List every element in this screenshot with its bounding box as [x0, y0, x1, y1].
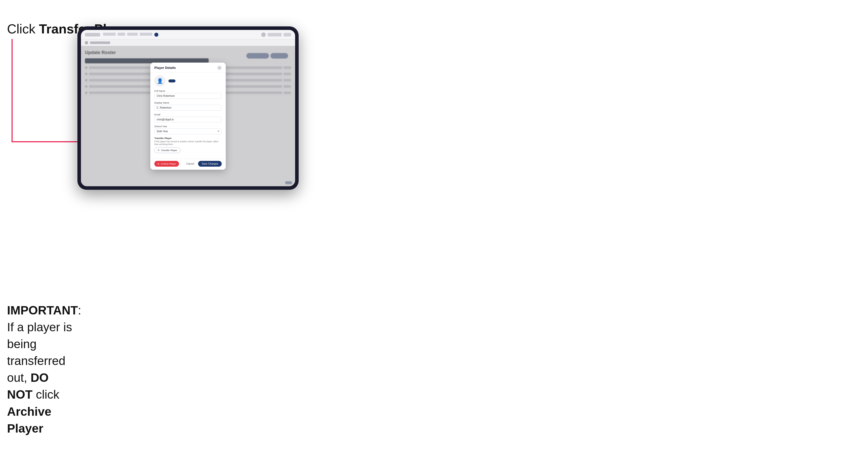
app-nav — [103, 33, 258, 37]
school-year-group: School Year First Year Second Year Third… — [154, 125, 222, 134]
instruction-prefix: Click — [7, 22, 39, 36]
nav-dashboard[interactable] — [103, 33, 116, 36]
archive-player-button[interactable]: ⊘ Archive Player — [154, 161, 179, 167]
archive-icon: ⊘ — [157, 162, 159, 165]
display-name-group: Display Name — [154, 101, 222, 111]
tablet-device: Update Roster — [78, 26, 299, 190]
save-changes-button[interactable]: Save Changes — [198, 161, 222, 167]
transfer-player-description: If this player has moved to another scho… — [154, 140, 222, 146]
display-name-input[interactable] — [154, 105, 222, 111]
content-area: Update Roster — [81, 46, 295, 186]
cancel-button[interactable]: Cancel — [184, 161, 196, 167]
archive-btn-label: Archive Player — [161, 162, 176, 165]
avatar-icon: 👤 — [157, 78, 163, 84]
header-action-btn[interactable] — [284, 33, 291, 36]
transfer-icon: ↻ — [158, 149, 160, 152]
nav-feed[interactable] — [118, 33, 125, 36]
modal-title: Player Details — [154, 66, 176, 70]
school-year-label: School Year — [154, 125, 222, 128]
player-details-modal: Player Details × 👤 — [150, 63, 226, 170]
email-label: Email — [154, 113, 222, 116]
email-group: Email — [154, 113, 222, 122]
avatar-circle: 👤 — [154, 75, 165, 87]
app-header — [81, 30, 295, 39]
modal-close-button[interactable]: × — [217, 66, 222, 70]
modal-overlay: Player Details × 👤 — [81, 46, 295, 186]
transfer-btn-label: Transfer Player — [161, 149, 177, 152]
archive-player-label: Archive Player — [7, 405, 51, 435]
upload-photo-button[interactable] — [168, 80, 176, 83]
header-right — [261, 32, 291, 37]
app-logo — [85, 33, 100, 36]
school-year-select[interactable]: First Year Second Year Third Year Fourth… — [154, 128, 222, 134]
footer-right-buttons: Cancel Save Changes — [184, 161, 222, 167]
breadcrumb-text — [90, 41, 110, 44]
full-name-group: Full Name — [154, 90, 222, 99]
transfer-player-button[interactable]: ↻ Transfer Player — [154, 147, 181, 153]
nav-reports[interactable] — [127, 33, 138, 36]
tablet-screen: Update Roster — [81, 30, 295, 186]
transfer-player-section: Transfer Player If this player has moved… — [154, 137, 222, 153]
end-text: click — [32, 388, 59, 401]
full-name-label: Full Name — [154, 90, 222, 92]
nav-add-player[interactable] — [140, 33, 152, 36]
modal-footer: ⊘ Archive Player Cancel Save Changes — [150, 159, 226, 170]
important-label: IMPORTANT — [7, 304, 78, 317]
display-name-label: Display Name — [154, 101, 222, 104]
instruction-bottom: IMPORTANT: If a player is being transfer… — [7, 302, 78, 437]
full-name-input[interactable] — [154, 93, 222, 99]
sub-header — [81, 39, 295, 46]
modal-body: 👤 Full Name Display Name — [150, 72, 226, 159]
email-input[interactable] — [154, 117, 222, 122]
nav-rosters-active[interactable] — [154, 33, 158, 37]
avatar-row: 👤 — [154, 75, 222, 87]
breadcrumb-icon — [85, 41, 88, 44]
add-player-header-btn[interactable] — [268, 33, 282, 36]
modal-header: Player Details × — [150, 63, 226, 72]
transfer-player-section-label: Transfer Player — [154, 137, 222, 139]
user-avatar — [261, 32, 266, 37]
red-line-vertical — [11, 39, 12, 142]
